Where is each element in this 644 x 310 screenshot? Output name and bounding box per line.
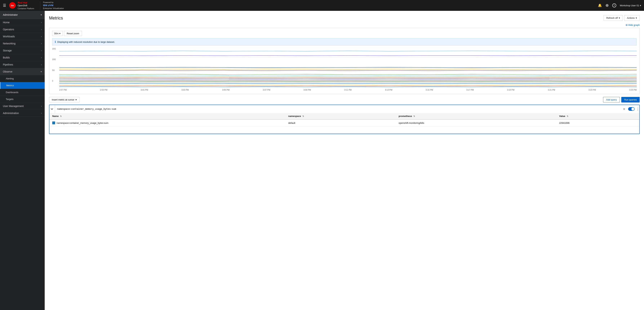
hamburger-menu[interactable]: ☰ bbox=[3, 3, 6, 8]
user-menu[interactable]: Workshop User 01 ▾ bbox=[620, 4, 641, 7]
refresh-label: Refresh off bbox=[606, 17, 618, 19]
top-navbar: ☰ RH Red Hat OpenShift Container Platfor… bbox=[0, 0, 644, 11]
sidebar-item-label: Home bbox=[3, 21, 10, 24]
x-label: 3:23 PM bbox=[588, 89, 596, 91]
sidebar-item-label: Pipelines bbox=[3, 63, 13, 66]
sidebar-item-observe[interactable]: Observe ▾ bbox=[0, 68, 45, 75]
refresh-caret-icon: ▾ bbox=[619, 17, 620, 19]
run-queries-button[interactable]: Run queries bbox=[621, 97, 640, 102]
query-box: ❯ namespace:container_memory_usage_bytes… bbox=[49, 105, 640, 134]
sidebar-item-pipelines[interactable]: Pipelines › bbox=[0, 61, 45, 68]
page-title: Metrics bbox=[49, 16, 63, 21]
th-namespace[interactable]: namespace ⇅ bbox=[286, 113, 396, 119]
graph-container: 30m ▾ Reset zoom ℹ Displaying with reduc… bbox=[49, 28, 640, 94]
sidebar-item-label: Operators bbox=[3, 28, 14, 31]
y-label: 5G bbox=[52, 69, 59, 71]
sidebar-item-workloads[interactable]: Workloads › bbox=[0, 33, 45, 40]
query-input[interactable]: namespace:container_memory_usage_bytes:s… bbox=[55, 105, 622, 113]
x-label: 3:03 PM bbox=[182, 89, 189, 91]
help-icon[interactable]: ? bbox=[612, 4, 616, 8]
row-prometheus-cell: openshift-monitoring/k8s bbox=[396, 119, 556, 126]
sidebar-item-home[interactable]: Home › bbox=[0, 19, 45, 26]
actions-button[interactable]: Actions ▾ bbox=[624, 15, 640, 21]
sidebar-item-label: User Management bbox=[3, 105, 24, 107]
info-banner: ℹ Displaying with reduced resolution due… bbox=[52, 38, 636, 46]
sidebar-role-header[interactable]: Administrator ▾ bbox=[0, 11, 45, 19]
table-row-2 bbox=[49, 126, 639, 133]
sidebar-item-user-management[interactable]: User Management › bbox=[0, 103, 45, 110]
th-value[interactable]: Value ⇅ bbox=[556, 113, 639, 119]
refresh-button[interactable]: Refresh off ▾ bbox=[604, 15, 623, 21]
table-body: namespace:container_memory_usage_bytes:s… bbox=[49, 119, 639, 133]
th-name[interactable]: Name ⇅ bbox=[49, 113, 286, 119]
th-prometheus[interactable]: prometheus ⇅ bbox=[396, 113, 556, 119]
query-toggle[interactable] bbox=[628, 107, 635, 111]
chart-area: 15G 10G 5G 0 bbox=[52, 48, 636, 87]
sidebar-item-label: Administration bbox=[3, 112, 19, 115]
query-clear-button[interactable]: ✕ bbox=[622, 105, 627, 113]
chevron-right-icon: › bbox=[41, 28, 42, 31]
sidebar-item-storage[interactable]: Storage › bbox=[0, 47, 45, 54]
hide-graph-label: Hide graph bbox=[628, 24, 640, 26]
sort-icon: ⇅ bbox=[60, 115, 62, 117]
info-icon: ℹ bbox=[55, 40, 56, 44]
x-label: 3:17 PM bbox=[466, 89, 474, 91]
query-section: Insert metric at cursor ▾ Add query Run … bbox=[49, 97, 640, 134]
sidebar-item-label: Storage bbox=[3, 49, 12, 52]
x-label: 3:05 PM bbox=[222, 89, 230, 91]
insert-metric-caret-icon: ▾ bbox=[76, 98, 77, 101]
query-kebab-button[interactable]: ⋮ bbox=[636, 105, 639, 113]
x-label: 3:21 PM bbox=[548, 89, 555, 91]
svg-text:RH: RH bbox=[11, 5, 14, 7]
time-range-value: 30m bbox=[54, 32, 58, 35]
time-range-select[interactable]: 30m ▾ bbox=[52, 31, 62, 36]
x-label: 3:09 PM bbox=[304, 89, 311, 91]
main-content: Metrics Refresh off ▾ Actions ▾ ⊞ Hide g… bbox=[45, 11, 644, 310]
sidebar-item-label: Observe bbox=[3, 70, 12, 73]
sidebar-subitem-metrics[interactable]: Metrics bbox=[0, 82, 45, 89]
header-actions: Refresh off ▾ Actions ▾ bbox=[604, 15, 640, 21]
app-layout: Administrator ▾ Home › Operators › Workl… bbox=[0, 11, 644, 310]
add-icon[interactable]: ⊕ bbox=[606, 3, 609, 8]
sidebar-role-caret: ▾ bbox=[41, 14, 42, 16]
sidebar-subitem-label: Dashboards bbox=[6, 91, 18, 94]
sidebar-subitem-targets[interactable]: Targets bbox=[0, 96, 45, 103]
sidebar-subitem-dashboards[interactable]: Dashboards bbox=[0, 89, 45, 96]
query-toolbar: Insert metric at cursor ▾ Add query Run … bbox=[49, 97, 640, 102]
x-label: 2:57 PM bbox=[59, 89, 67, 91]
hide-graph-icon: ⊞ bbox=[626, 24, 628, 26]
table-row: namespace:container_memory_usage_bytes:s… bbox=[49, 119, 639, 126]
add-query-button[interactable]: Add query bbox=[603, 97, 620, 102]
redhat-logo: RH bbox=[9, 2, 16, 9]
kebab-icon: ⋮ bbox=[636, 107, 639, 111]
hide-graph-link[interactable]: ⊞ Hide graph bbox=[49, 24, 640, 26]
x-label: 3:11 PM bbox=[344, 89, 352, 91]
sort-icon: ⇅ bbox=[413, 115, 415, 117]
sidebar-item-builds[interactable]: Builds › bbox=[0, 54, 45, 61]
time-range-caret-icon: ▾ bbox=[59, 32, 60, 35]
x-label: 3:13 PM bbox=[385, 89, 392, 91]
actions-label: Actions bbox=[627, 17, 635, 19]
chevron-right-icon: › bbox=[41, 42, 42, 45]
brand-subtitle: Container Platform bbox=[18, 7, 34, 10]
row-name-cell: namespace:container_memory_usage_bytes:s… bbox=[49, 120, 286, 126]
sidebar: Administrator ▾ Home › Operators › Workl… bbox=[0, 11, 45, 310]
row-value: 22941696 bbox=[559, 122, 570, 124]
sidebar-item-administration[interactable]: Administration › bbox=[0, 110, 45, 117]
row-namespace-cell: default bbox=[286, 119, 396, 126]
sidebar-item-networking[interactable]: Networking › bbox=[0, 40, 45, 47]
row-namespace-value: default bbox=[288, 122, 295, 124]
chevron-right-icon: › bbox=[41, 49, 42, 52]
powered-by: Powered by IBM z/VM Enterprise Virtualiz… bbox=[40, 1, 64, 10]
insert-metric-button[interactable]: Insert metric at cursor ▾ bbox=[49, 97, 80, 102]
reset-zoom-button[interactable]: Reset zoom bbox=[64, 31, 82, 36]
user-caret-icon: ▾ bbox=[640, 4, 641, 7]
actions-caret-icon: ▾ bbox=[636, 17, 637, 19]
sidebar-subitem-alerting[interactable]: Alerting bbox=[0, 75, 45, 82]
chevron-right-icon: › bbox=[41, 57, 42, 59]
notification-icon[interactable]: 🔔 bbox=[598, 4, 602, 8]
collapse-button[interactable]: ❯ bbox=[49, 105, 55, 113]
sidebar-item-operators[interactable]: Operators › bbox=[0, 26, 45, 33]
y-axis-labels: 15G 10G 5G 0 bbox=[52, 48, 59, 82]
page-header: Metrics Refresh off ▾ Actions ▾ bbox=[49, 15, 640, 21]
